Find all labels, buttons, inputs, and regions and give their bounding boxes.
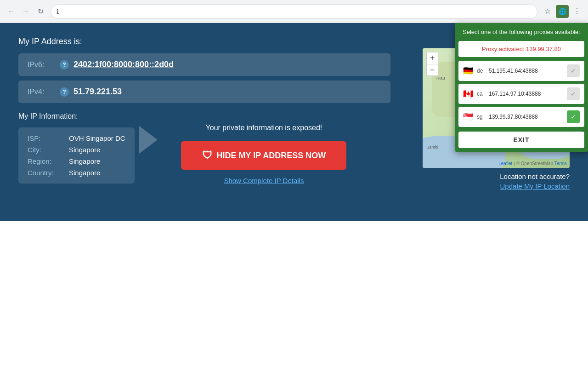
browser-actions: ☆ 🌐 ⋮ bbox=[541, 5, 583, 18]
address-bar: ℹ bbox=[51, 4, 537, 19]
country-row: Country: Singapore bbox=[28, 169, 125, 177]
proxy-code-2: sg bbox=[477, 114, 485, 120]
back-button[interactable]: ← bbox=[5, 5, 17, 18]
proxy-addr-2: 139.99.37.80:43888 bbox=[489, 114, 563, 120]
proxy-exit-button[interactable]: EXIT bbox=[458, 132, 584, 148]
proxy-check-0[interactable]: ✓ bbox=[567, 64, 580, 77]
terms-credit[interactable]: Terms bbox=[554, 161, 567, 166]
proxy-list: 🇩🇪 de 51.195.41.64:43888 ✓ 🇨🇦 ca 167.114… bbox=[455, 61, 588, 127]
cta-section: Your private information is exposed! 🛡 H… bbox=[162, 112, 366, 184]
proxy-flag-1: 🇨🇦 bbox=[463, 89, 473, 99]
forward-button[interactable]: → bbox=[19, 5, 32, 18]
url-input[interactable] bbox=[62, 8, 531, 15]
proxy-item-0[interactable]: 🇩🇪 de 51.195.41.64:43888 ✓ bbox=[458, 61, 584, 81]
ipv4-type-label: IPv4: bbox=[28, 88, 55, 96]
osm-credit[interactable]: © OpenStreetMap bbox=[516, 161, 553, 166]
proxy-code-1: ca bbox=[477, 91, 485, 97]
ipv6-type-label: IPv6: bbox=[28, 61, 55, 69]
shield-icon: 🛡 bbox=[202, 150, 212, 161]
info-icon: ℹ bbox=[57, 8, 59, 15]
location-accuracy: Location not accurate? Update My IP Loca… bbox=[423, 172, 570, 190]
map-zoom-in[interactable]: + bbox=[426, 52, 438, 64]
location-not-accurate-text: Location not accurate? bbox=[423, 172, 570, 180]
proxy-popup: Select one of the following proxies avai… bbox=[455, 23, 588, 152]
proxy-addr-1: 167.114.97.10:43888 bbox=[489, 91, 563, 97]
region-label: Region: bbox=[28, 157, 64, 165]
isp-label: ISP: bbox=[28, 134, 64, 142]
ipv6-help-icon[interactable]: ? bbox=[60, 60, 69, 69]
arrow-wrapper bbox=[135, 112, 162, 154]
arrow-right bbox=[139, 126, 158, 154]
map-zoom: + − bbox=[426, 52, 438, 76]
ip-info-box: My IP Information: ISP: OVH Singapor DC … bbox=[18, 112, 135, 184]
map-label-riau: Riau bbox=[436, 76, 445, 80]
isp-value: OVH Singapor DC bbox=[69, 134, 125, 142]
proxy-flag-0: 🇩🇪 bbox=[463, 66, 473, 76]
hide-ip-label: HIDE MY IP ADDRESS NOW bbox=[217, 151, 326, 161]
browser-chrome: ← → ↻ ℹ ☆ 🌐 ⋮ bbox=[0, 0, 588, 23]
ipv6-value[interactable]: 2402:1f00:8000:800::2d0d bbox=[74, 60, 174, 69]
proxy-header: Select one of the following proxies avai… bbox=[455, 23, 588, 41]
exposed-text: Your private information is exposed! bbox=[206, 124, 322, 132]
reload-button[interactable]: ↻ bbox=[34, 5, 47, 18]
proxy-flag-2: 🇸🇬 bbox=[463, 112, 473, 122]
city-label: City: bbox=[28, 146, 64, 154]
nav-buttons: ← → ↻ bbox=[5, 5, 47, 18]
region-value: Singapore bbox=[69, 157, 100, 165]
map-credit: Leaflet | © OpenStreetMap Terms bbox=[498, 161, 567, 166]
proxy-activated-label: Proxy activated: 139.99.37.80 bbox=[458, 41, 584, 57]
map-label-jambi: Jambi bbox=[427, 145, 438, 150]
proxy-addr-0: 51.195.41.64:43888 bbox=[489, 68, 563, 74]
country-value: Singapore bbox=[69, 169, 100, 177]
ip-info-table: ISP: OVH Singapor DC City: Singapore Reg… bbox=[18, 127, 135, 184]
proxy-item-1[interactable]: 🇨🇦 ca 167.114.97.10:43888 ✓ bbox=[458, 84, 584, 104]
hide-ip-button[interactable]: 🛡 HIDE MY IP ADDRESS NOW bbox=[181, 141, 346, 170]
isp-row: ISP: OVH Singapor DC bbox=[28, 134, 125, 142]
proxy-item-2[interactable]: 🇸🇬 sg 139.99.37.80:43888 ✓ bbox=[458, 107, 584, 127]
extension-icon[interactable]: 🌐 bbox=[556, 5, 569, 18]
ipv6-row: IPv6: ? 2402:1f00:8000:800::2d0d bbox=[18, 53, 390, 76]
ipv4-row: IPv4: ? 51.79.221.53 bbox=[18, 80, 390, 103]
bookmark-button[interactable]: ☆ bbox=[541, 5, 554, 18]
map-zoom-out[interactable]: − bbox=[426, 64, 438, 76]
ip-info-label: My IP Information: bbox=[18, 112, 135, 121]
ipv4-value[interactable]: 51.79.221.53 bbox=[74, 87, 122, 97]
leaflet-credit[interactable]: Leaflet bbox=[498, 161, 512, 166]
menu-button[interactable]: ⋮ bbox=[571, 5, 583, 18]
page-content: My IP Address is: IPv6: ? 2402:1f00:8000… bbox=[0, 23, 588, 368]
update-location-link[interactable]: Update My IP Location bbox=[423, 182, 570, 190]
show-details-link[interactable]: Show Complete IP Details bbox=[224, 177, 304, 184]
ipv4-help-icon[interactable]: ? bbox=[60, 87, 69, 97]
city-row: City: Singapore bbox=[28, 146, 125, 154]
country-label: Country: bbox=[28, 169, 64, 177]
region-row: Region: Singapore bbox=[28, 157, 125, 165]
proxy-check-2[interactable]: ✓ bbox=[567, 110, 580, 123]
city-value: Singapore bbox=[69, 146, 100, 154]
proxy-code-0: de bbox=[477, 68, 485, 74]
proxy-check-1[interactable]: ✓ bbox=[567, 87, 580, 100]
